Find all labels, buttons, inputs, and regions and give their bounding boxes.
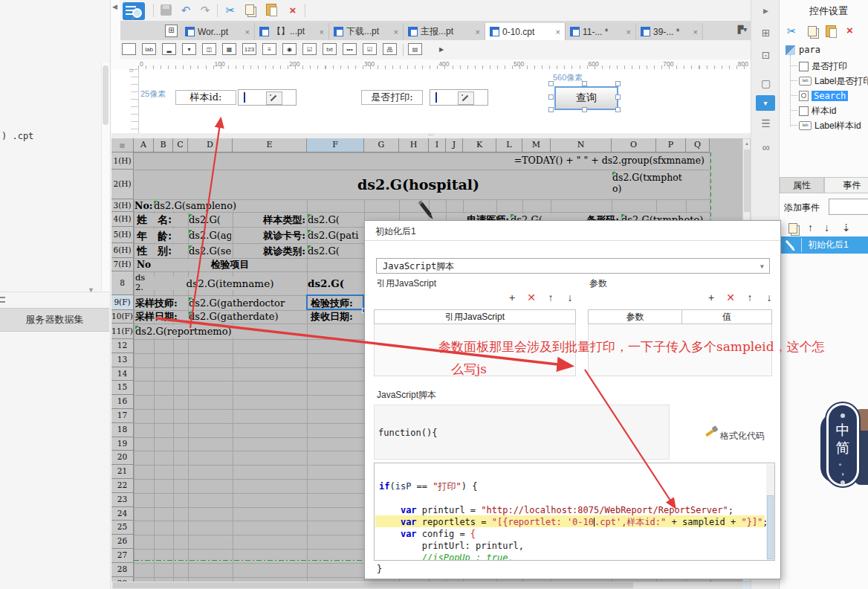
- code-line-4[interactable]: var reportlets = "[{reportlet: '0-10.cpt…: [379, 517, 768, 528]
- grid-row-header-6(H)[interactable]: 6(H): [111, 243, 134, 258]
- grid-row-header-20[interactable]: 20: [111, 451, 134, 465]
- move-down-icon[interactable]: ↓: [564, 292, 576, 303]
- grid-col-header-J[interactable]: J: [446, 138, 463, 152]
- grid-row-header-25[interactable]: 25: [111, 521, 134, 535]
- copy-event-icon[interactable]: [788, 223, 797, 234]
- number-icon[interactable]: 123: [242, 43, 256, 55]
- grid-row-header-9(F)[interactable]: 9(F): [111, 295, 134, 310]
- grid-row-header-19[interactable]: 19: [111, 437, 134, 451]
- server-dataset-button[interactable]: 服务器数据集: [0, 308, 109, 332]
- code-line-1[interactable]: if(isP == "打印") {: [379, 481, 477, 492]
- code-line-7[interactable]: //isPopUp : true,: [379, 553, 514, 561]
- grid-row-header-7(H)[interactable]: 7(H): [111, 258, 134, 271]
- tab-close-icon[interactable]: ×: [320, 28, 324, 36]
- tab-close-icon[interactable]: ×: [556, 28, 560, 36]
- tree-item-Search[interactable]: Search: [799, 89, 848, 103]
- textarea-icon[interactable]: ≡: [262, 43, 276, 55]
- checkbox-icon[interactable]: ☑: [363, 43, 377, 55]
- grid-row-header-26[interactable]: 26: [111, 535, 134, 549]
- grid-row-header-23[interactable]: 23: [111, 493, 134, 507]
- grid-col-header-C[interactable]: C: [173, 138, 188, 152]
- cell-gatherdate[interactable]: ds2.G(gatherdate): [189, 311, 305, 323]
- delete-icon[interactable]: ×: [846, 24, 853, 36]
- button-icon[interactable]: ▂: [162, 43, 176, 55]
- tab-pt[interactable]: 下载...pt×: [329, 23, 404, 40]
- grid-col-header-I[interactable]: I: [429, 138, 446, 152]
- grid-col-header-D[interactable]: D: [188, 138, 233, 152]
- grid-row-header-12[interactable]: 12: [111, 339, 134, 353]
- tab-close-icon[interactable]: ×: [626, 28, 631, 36]
- event-item-init1[interactable]: 初始化后1: [780, 236, 868, 254]
- grid-col-header-L[interactable]: L: [496, 138, 522, 152]
- grid-row-header-13[interactable]: 13: [111, 353, 134, 367]
- copy-icon[interactable]: [808, 26, 817, 36]
- grid-row-header-18[interactable]: 18: [111, 423, 134, 437]
- print-flag-input[interactable]: [430, 89, 488, 106]
- cell-gather_date_label[interactable]: 采样日期:: [135, 311, 187, 323]
- grid-corner[interactable]: ▦: [111, 138, 134, 152]
- code-scrollbar[interactable]: [766, 464, 775, 560]
- cell-txmphoto_cell[interactable]: ds2.G(txmphoto): [612, 172, 684, 197]
- pane-splitter[interactable]: ⋯: [111, 133, 751, 138]
- cell-sampleno[interactable]: ds2.G(sampleno): [154, 200, 305, 211]
- move-up-icon[interactable]: ↑: [808, 222, 813, 234]
- hyperlink-icon[interactable]: ∞: [760, 141, 772, 154]
- selection-handle[interactable]: [582, 107, 587, 112]
- add-icon[interactable]: +: [506, 292, 518, 303]
- add-icon[interactable]: +: [705, 292, 717, 303]
- add-event-select[interactable]: [829, 199, 868, 215]
- cell-card_label[interactable]: 就诊卡号:: [233, 229, 305, 242]
- condition-attributes-icon[interactable]: ☰: [760, 118, 772, 130]
- tab-close-icon[interactable]: ×: [394, 28, 398, 36]
- tree-icon[interactable]: 品: [383, 43, 397, 55]
- cell-gather_tech_label[interactable]: 采样技师:: [135, 297, 187, 309]
- js-code-editor[interactable]: if(isP == "打印") { var printurl = "http:/…: [374, 463, 775, 561]
- tab-close-icon[interactable]: ×: [476, 28, 480, 36]
- selection-handle[interactable]: [615, 107, 621, 112]
- paste-icon[interactable]: [266, 4, 276, 16]
- grid-row-header-16[interactable]: 16: [111, 395, 134, 409]
- undo-icon[interactable]: ↶: [178, 3, 193, 18]
- format-brush-icon[interactable]: [705, 429, 715, 437]
- grid-col-header-A[interactable]: A: [134, 138, 154, 152]
- tab-0-10cpt[interactable]: 0-10.cpt×: [485, 23, 566, 40]
- formula-wand-icon[interactable]: [458, 91, 474, 105]
- tab-close-icon[interactable]: ×: [693, 28, 698, 36]
- grid-row-header-28[interactable]: 28: [111, 563, 134, 577]
- grid-row-header-27[interactable]: 27: [111, 549, 134, 563]
- grid-col-header-P[interactable]: P: [656, 138, 686, 152]
- tab-Worpt[interactable]: Wor...pt×: [181, 23, 255, 40]
- tree-item-Label样本id[interactable]: labLabel样本id: [799, 119, 861, 132]
- selection-handle[interactable]: [615, 94, 621, 100]
- cell-f8[interactable]: ds2.G(: [308, 277, 363, 290]
- tree-item-是否打印[interactable]: 是否打印: [799, 59, 847, 73]
- widget-settings-active-icon[interactable]: ▾: [756, 95, 775, 111]
- grid-col-header-O[interactable]: O: [612, 138, 656, 152]
- tab-attributes[interactable]: 属性: [780, 177, 824, 193]
- selected-cell-outline[interactable]: [306, 294, 364, 310]
- cell-receive_date_label[interactable]: 接收日期:: [311, 311, 361, 323]
- grid-row-header-11(F)[interactable]: 11(F): [111, 324, 134, 339]
- grid-col-header-G[interactable]: G: [364, 138, 399, 152]
- grid-col-header-M[interactable]: M: [522, 138, 551, 152]
- label-icon[interactable]: lab: [142, 43, 156, 55]
- grid-horizontal-scrollbar[interactable]: [111, 582, 751, 589]
- move-down-icon[interactable]: ↓: [824, 222, 829, 234]
- radio-group-icon[interactable]: ◉: [282, 43, 297, 55]
- cell-no2[interactable]: No: [135, 259, 153, 271]
- checkbox-group-icon[interactable]: ☑: [302, 43, 317, 55]
- tree-item-样本id[interactable]: 样本id: [799, 104, 836, 118]
- tab-39-[interactable]: 39-... *×: [636, 23, 703, 40]
- date-icon[interactable]: ▦: [222, 43, 236, 55]
- cell-age_label[interactable]: 年 龄:: [137, 229, 187, 242]
- print-flag-label-widget[interactable]: 是否打印:: [361, 90, 423, 105]
- cell-card_value[interactable]: ds2.G(pati: [308, 229, 363, 242]
- new-template-icon[interactable]: ⊞: [165, 25, 178, 37]
- grid-row-header-3(H)[interactable]: 3(H): [111, 199, 134, 212]
- move-up-icon[interactable]: ↑: [744, 292, 756, 303]
- grid-row-header-2(H)[interactable]: 2(H): [111, 170, 134, 199]
- query-view-icon[interactable]: ▤: [408, 43, 422, 55]
- cell-formula_today[interactable]: =TODAY() + " " + ds2.group(sfxmname): [464, 154, 705, 167]
- cell-sex_label[interactable]: 性 别:: [137, 245, 187, 257]
- cell-element-icon[interactable]: ⊡: [760, 49, 772, 62]
